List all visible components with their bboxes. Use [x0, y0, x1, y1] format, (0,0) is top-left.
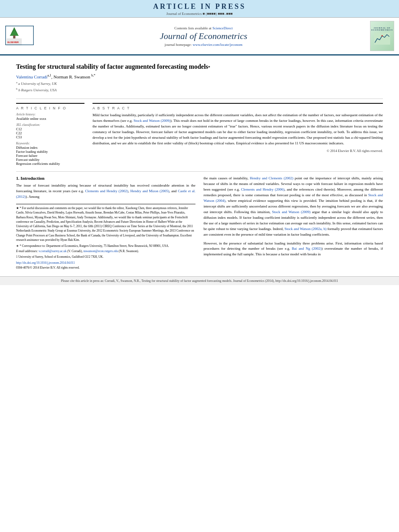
ch2006-link[interactable]: Clements and Hendry (2006)	[241, 187, 284, 191]
kw-5: Regression coefficients stability	[16, 162, 84, 166]
intro-left-text: The issue of forecast instability arisin…	[16, 183, 195, 200]
sw2002ab-link[interactable]: Stock and Watson (2002a, b)	[284, 227, 326, 231]
paper-title: Testing for structural stability of fact…	[16, 63, 383, 71]
jel-c53: C53	[16, 135, 84, 139]
jel-label: JEL classification:	[16, 123, 84, 127]
kw-2: Factor loading stability	[16, 150, 84, 154]
jel-c12: C12	[16, 127, 84, 131]
journal-ref: Journal of Econometrics ■ (■■■■) ■■■–■■■	[0, 12, 399, 16]
homepage-link[interactable]: www.elsevier.com/locate/jeconom	[193, 43, 243, 47]
footnote-email: E-mail addresses: v.corradi@surrey.ac.uk…	[16, 249, 195, 253]
ch2002-link[interactable]: Clements and Hendry (2002)	[85, 189, 128, 193]
article-info-column: A R T I C L E I N F O Article history: A…	[16, 103, 84, 166]
keywords-label: Keywords:	[16, 142, 84, 145]
email2-link[interactable]: nswanson@econ.rutgers.edu	[83, 249, 118, 253]
main-content: Testing for structural stability of fact…	[0, 55, 399, 274]
doi-link-line: http://dx.doi.org/10.1016/j.jeconom.2014…	[16, 261, 195, 265]
intro-right-col: the main causes of instability, Hendry a…	[204, 176, 383, 270]
intro-right-text2: However, in the presence of substantial …	[204, 241, 383, 258]
bai-ng-link[interactable]: Bai and Ng (2002)	[292, 246, 322, 251]
abstract-column: A B S T R A C T Mild factor loading inst…	[93, 103, 383, 166]
sw2004-link[interactable]: Stock and Watson (2004)	[204, 193, 383, 203]
divider-2	[16, 171, 383, 172]
author1-link[interactable]: Valentina Corradi	[16, 74, 47, 79]
sciencedirect-link[interactable]: ScienceDirect	[212, 26, 232, 30]
affil-b: b b Rutgers University, USA	[16, 87, 383, 93]
jel-c22: C22	[16, 131, 84, 135]
affiliations: a a University of Surrey, UK b b Rutgers…	[16, 80, 383, 93]
hc2002-link[interactable]: Hendry and Clements (2002)	[250, 176, 293, 180]
authors-line: Valentina Corradia,1, Norman R. Swanson …	[16, 74, 383, 79]
contents-text: Contents lists available at	[174, 26, 211, 30]
kw-1: Diffusion index	[16, 146, 84, 150]
article-info-abstract-row: A R T I C L E I N F O Article history: A…	[16, 103, 383, 166]
kw-3: Forecast failure	[16, 154, 84, 158]
journal-header: ELSEVIER Contents lists available at Sci…	[0, 18, 399, 55]
email-label: E-mail addresses:	[16, 249, 38, 253]
copyright: © 2014 Elsevier B.V. All rights reserved…	[93, 149, 383, 153]
email1-link[interactable]: v.corradi@surrey.ac.uk	[39, 249, 66, 253]
svg-rect-6	[374, 33, 390, 45]
history-value: Available online xxxx	[16, 117, 84, 121]
aip-title: ARTICLE IN PRESS	[0, 2, 399, 11]
author2-sup: b,*	[91, 74, 95, 77]
contents-available: Contents lists available at ScienceDirec…	[37, 26, 370, 30]
journal-center: Contents lists available at ScienceDirec…	[37, 26, 370, 47]
footnote-star: ★ * For useful discussions and comments …	[16, 206, 195, 242]
divider-1	[16, 99, 383, 99]
intro-left-col: 1. Introduction The issue of forecast in…	[16, 176, 195, 270]
kw-4: Forecast stability	[16, 158, 84, 162]
footer-cite-text: Please cite this article in press as: Co…	[61, 279, 338, 283]
affil-a: a a University of Surrey, UK	[16, 80, 383, 86]
intro-right-text: the main causes of instability, Hendry a…	[204, 176, 383, 237]
sw2009b-link[interactable]: Stock and Watson (2009)	[272, 210, 311, 214]
svg-point-7	[382, 35, 383, 37]
history-label: Article history:	[16, 113, 84, 116]
issn-line: 0304-4076/© 2014 Elsevier B.V. All right…	[16, 265, 195, 270]
svg-marker-3	[10, 30, 19, 36]
journal-cover-thumbnail: JOURNAL OF ECONOMETRICS	[370, 21, 394, 51]
page-footer: Please cite this article in press as: Co…	[0, 276, 399, 285]
journal-title-main: Journal of Econometrics	[37, 31, 370, 41]
hm2005-link[interactable]: Hendry and Mizon (2005)	[130, 189, 169, 193]
doi-link[interactable]: http://dx.doi.org/10.1016/j.jeconom.2014…	[16, 261, 75, 265]
footnote-area: ★ * For useful discussions and comments …	[16, 204, 195, 270]
footnote-corr: ∗ * Correspondence to: Department of Eco…	[16, 244, 195, 248]
svg-rect-4	[13, 35, 16, 39]
article-in-press-banner: ARTICLE IN PRESS Journal of Econometrics…	[0, 0, 399, 18]
elsevier-logo: ELSEVIER	[5, 25, 37, 47]
abstract-header: A B S T R A C T	[93, 106, 383, 110]
introduction-section: 1. Introduction The issue of forecast in…	[16, 176, 383, 270]
homepage-line: journal homepage: www.elsevier.com/locat…	[37, 42, 370, 47]
abstract-text: Mild factor loading instability, particu…	[93, 113, 383, 146]
article-info-header: A R T I C L E I N F O	[16, 106, 84, 110]
homepage-label: journal homepage:	[165, 43, 191, 47]
sw2009-link[interactable]: Stock and Watson (2009)	[134, 119, 171, 123]
title-footnote: *	[208, 65, 210, 70]
intro-section-title: 1. Introduction	[16, 176, 195, 181]
svg-text:ELSEVIER: ELSEVIER	[8, 41, 19, 43]
footnote-affil1: 1 University of Surrey, School of Econom…	[16, 255, 195, 259]
